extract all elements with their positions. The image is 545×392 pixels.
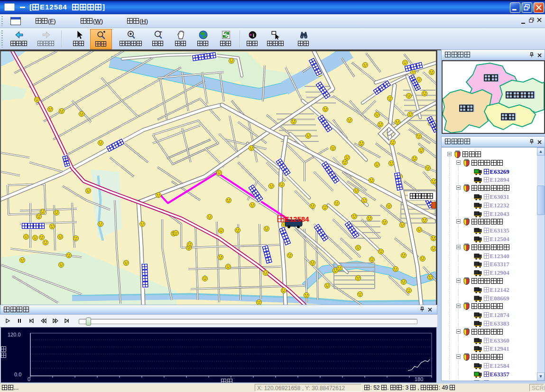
svg-text:E12584: E12584: [285, 215, 309, 223]
svg-text:i: i: [253, 33, 254, 38]
